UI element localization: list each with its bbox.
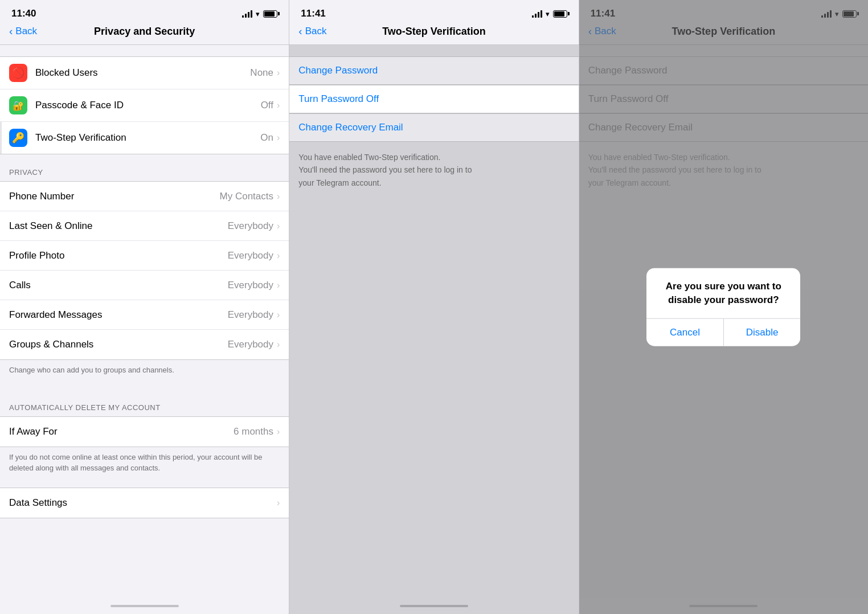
forwarded-messages-chevron: › [277,310,280,320]
profile-photo-item[interactable]: Profile Photo Everybody › [0,241,289,271]
blocked-users-value: None [250,67,273,79]
change-recovery-email-item[interactable]: Change Recovery Email [289,114,578,141]
forwarded-messages-label: Forwarded Messages [9,309,228,321]
back-label-2: Back [305,26,327,37]
groups-channels-value: Everybody [228,339,273,350]
status-bar-2: 11:41 ▾ [289,0,578,23]
passcode-item[interactable]: 🔐 Passcode & Face ID Off › [0,89,289,122]
home-indicator-2 [289,598,578,614]
profile-photo-value: Everybody [228,250,273,261]
two-step-info-2: You have enabled Two-Step verification. … [289,142,578,198]
data-settings-item[interactable]: Data Settings › [0,488,289,518]
profile-photo-chevron: › [277,251,280,261]
security-settings-group: 🚫 Blocked Users None › 🔐 Passcode & Face… [0,56,289,154]
content-1: 🚫 Blocked Users None › 🔐 Passcode & Face… [0,45,289,598]
passcode-chevron: › [277,100,280,110]
auto-delete-group: If Away For 6 months › [0,416,289,447]
nav-title-1: Privacy and Security [94,26,195,38]
last-seen-item[interactable]: Last Seen & Online Everybody › [0,211,289,241]
panel-two-step: 11:41 ▾ ‹ Back Two-Step Verification [289,0,578,614]
alert-title: Are you sure you want to disable your pa… [646,268,800,313]
phone-number-label: Phone Number [9,191,220,202]
two-step-icon: 🔑 [9,129,27,147]
battery-icon-2 [553,10,567,18]
status-bar-1: 11:40 ▾ [0,0,289,23]
phone-number-item[interactable]: Phone Number My Contacts › [0,182,289,211]
phone-number-chevron: › [277,191,280,202]
privacy-group: Phone Number My Contacts › Last Seen & O… [0,181,289,360]
passcode-value: Off [261,100,273,111]
auto-delete-footer: If you do not come online at least once … [0,447,289,488]
back-label-1: Back [15,26,37,37]
alert-cancel-button[interactable]: Cancel [646,318,723,346]
alert-disable-label: Disable [746,326,779,337]
last-seen-chevron: › [277,221,280,231]
turn-password-off-item[interactable]: Turn Password Off [289,85,578,113]
blocked-users-item[interactable]: 🚫 Blocked Users None › [0,57,289,89]
if-away-value: 6 months [234,426,273,437]
calls-item[interactable]: Calls Everybody › [0,271,289,300]
alert-cancel-label: Cancel [670,326,700,337]
calls-chevron: › [277,280,280,290]
blocked-users-chevron: › [277,68,280,78]
two-step-item[interactable]: 🔑 Two-Step Verification On › [0,122,289,154]
turn-password-off-label: Turn Password Off [298,93,379,104]
wifi-icon: ▾ [256,10,260,18]
forwarded-messages-value: Everybody [228,309,273,321]
forwarded-messages-item[interactable]: Forwarded Messages Everybody › [0,300,289,330]
status-time-2: 11:41 [301,8,325,19]
status-icons-2: ▾ [532,10,567,18]
change-password-label: Change Password [298,65,378,76]
status-icons-1: ▾ [242,10,277,18]
signal-icon [242,10,252,18]
passcode-label: Passcode & Face ID [35,100,261,111]
battery-icon [263,10,277,18]
alert-disable-button[interactable]: Disable [723,318,801,346]
last-seen-label: Last Seen & Online [9,220,228,232]
nav-bar-2: ‹ Back Two-Step Verification [289,23,578,44]
panel-privacy-security: 11:40 ▾ ‹ Back Privacy and Security [0,0,289,614]
chevron-left-icon-1: ‹ [9,25,13,38]
nav-title-2: Two-Step Verification [382,26,486,38]
panel-two-step-alert: 11:41 ▾ ‹ Back Two-Step Verification C [579,0,868,614]
if-away-item[interactable]: If Away For 6 months › [0,417,289,447]
data-settings-group: Data Settings › [0,488,289,518]
two-step-chevron: › [277,133,280,143]
data-settings-label: Data Settings [9,497,277,509]
alert-buttons: Cancel Disable [646,318,800,346]
auto-delete-header: AUTOMATICALLY DELETE MY ACCOUNT [0,390,289,416]
home-indicator-1 [0,598,289,614]
groups-channels-label: Groups & Channels [9,339,228,350]
alert-dialog: Are you sure you want to disable your pa… [646,268,800,346]
privacy-footer: Change who can add you to groups and cha… [0,360,289,390]
chevron-left-icon-2: ‹ [298,25,302,38]
content-2: Change Password Turn Password Off Change… [289,45,578,598]
profile-photo-label: Profile Photo [9,250,228,261]
if-away-label: If Away For [9,426,234,437]
change-password-item[interactable]: Change Password [289,57,578,84]
groups-channels-item[interactable]: Groups & Channels Everybody › [0,330,289,359]
two-step-label: Two-Step Verification [35,132,260,144]
back-button-2[interactable]: ‹ Back [298,25,326,38]
back-button-1[interactable]: ‹ Back [9,25,37,38]
privacy-section-header: PRIVACY [0,154,289,181]
last-seen-value: Everybody [228,220,273,232]
signal-icon-2 [532,10,542,18]
nav-bar-1: ‹ Back Privacy and Security [0,23,289,44]
blocked-users-icon: 🚫 [9,64,27,82]
blocked-users-label: Blocked Users [35,67,250,79]
if-away-chevron: › [277,427,280,437]
data-settings-chevron: › [277,498,280,508]
two-step-value: On [260,132,273,144]
change-recovery-email-label: Change Recovery Email [298,122,403,133]
groups-channels-chevron: › [277,339,280,350]
wifi-icon-2: ▾ [546,10,550,18]
calls-label: Calls [9,280,228,291]
calls-value: Everybody [228,280,273,291]
status-time-1: 11:40 [11,8,36,19]
passcode-icon: 🔐 [9,96,27,114]
phone-number-value: My Contacts [220,191,273,202]
